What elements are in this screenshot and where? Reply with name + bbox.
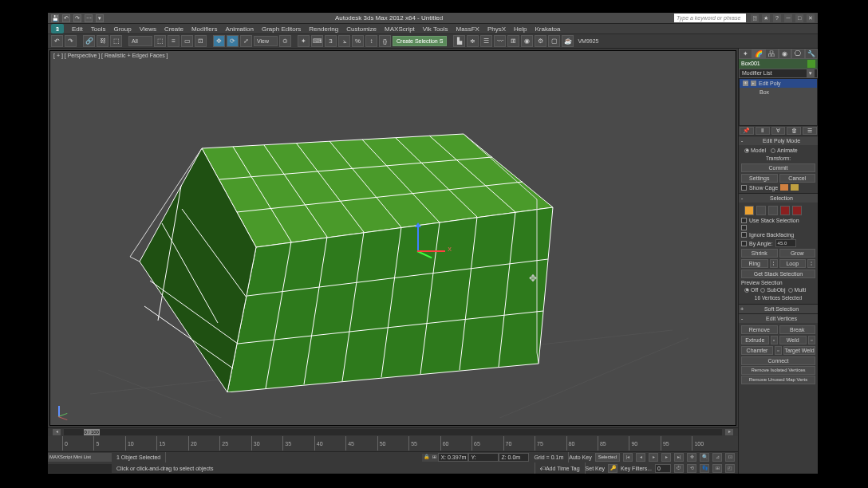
curve-editor-icon[interactable]: 〰	[494, 35, 506, 47]
goto-start-icon[interactable]: |◂	[623, 453, 633, 462]
get-stack-button[interactable]: Get Stack Selection	[741, 270, 815, 278]
key-icon[interactable]: 🔑	[608, 464, 617, 473]
remove-isolated-button[interactable]: Remove Isolated Vertices	[741, 366, 815, 375]
menu-animation[interactable]: Animation	[222, 26, 257, 33]
make-unique-icon[interactable]: ∀	[771, 127, 786, 135]
eye-icon[interactable]: 👁	[743, 81, 748, 86]
maxscript-listener[interactable]: MAXScript Mini List	[48, 453, 112, 462]
undo-icon[interactable]: ↶	[51, 35, 63, 47]
menu-tools[interactable]: Tools	[88, 26, 109, 33]
stack-item-edit-poly[interactable]: 👁 ▸ Edit Poly	[740, 79, 817, 88]
subobj-edge-icon[interactable]	[756, 206, 766, 215]
subobj-vertex-icon[interactable]	[744, 206, 754, 215]
subobj-polygon-icon[interactable]	[780, 206, 790, 215]
break-button[interactable]: Break	[779, 325, 816, 334]
remove-unused-map-button[interactable]: Remove Unused Map Verts	[741, 376, 815, 384]
pin-stack-icon[interactable]: 📌	[740, 127, 754, 135]
add-time-tag-button[interactable]: 🏷 Add Time Tag	[535, 462, 586, 474]
y-coord-input[interactable]: Y:	[468, 453, 499, 462]
show-cage-checkbox[interactable]	[741, 185, 747, 191]
ring-spinner[interactable]: ¦	[770, 259, 778, 268]
spinner-snap-icon[interactable]: ↕	[365, 35, 377, 47]
mode-animate-radio[interactable]: Animate	[771, 148, 798, 153]
align-icon[interactable]: ≑	[467, 35, 479, 47]
preview-subobj-radio[interactable]: SubObj	[760, 287, 785, 293]
menu-help[interactable]: Help	[511, 26, 530, 33]
qat-save-icon[interactable]: 💾	[51, 14, 59, 22]
cage-color-1[interactable]	[780, 184, 788, 191]
z-coord-input[interactable]: Z: 0.0m	[499, 453, 529, 462]
select-region-icon[interactable]: ▭	[181, 35, 193, 47]
expand-icon[interactable]: ▸	[751, 81, 756, 86]
minimize-icon[interactable]: ─	[784, 14, 792, 22]
target-weld-button[interactable]: Target Weld	[783, 346, 815, 355]
key-mode-dropdown[interactable]: Selected	[595, 453, 620, 462]
render-setup-icon[interactable]: ⚙	[535, 35, 546, 47]
time-config-icon[interactable]: ⏱	[674, 464, 684, 473]
mode-model-radio[interactable]: Model	[744, 148, 766, 153]
ring-button[interactable]: Ring	[741, 259, 768, 268]
edit-named-sel-icon[interactable]: {}	[379, 35, 391, 47]
qat-btn[interactable]: ▾	[96, 14, 104, 22]
redo-icon[interactable]: ↷	[65, 35, 77, 47]
loop-button[interactable]: Loop	[779, 259, 807, 268]
modifier-list-dropdown[interactable]: Modifier List▾	[739, 69, 818, 78]
next-frame-icon[interactable]: ▸	[661, 453, 671, 462]
remove-button[interactable]: Remove	[741, 325, 778, 334]
utilities-tab-icon[interactable]: 🔧	[805, 49, 819, 59]
mirror-icon[interactable]: ▙	[453, 35, 465, 47]
set-key-button[interactable]: Set Key	[586, 466, 606, 471]
ignore-backfacing-checkbox[interactable]	[741, 232, 747, 238]
weld-settings-icon[interactable]: ▫	[808, 336, 815, 344]
nav-fov-icon[interactable]: ⊿	[712, 453, 722, 462]
time-next-icon[interactable]: ▸	[725, 429, 733, 435]
angle-snap-icon[interactable]: ⦛	[338, 35, 350, 47]
manipulate-icon[interactable]: ✦	[298, 35, 310, 47]
subobj-element-icon[interactable]	[792, 206, 802, 215]
rollout-header[interactable]: -Edit Poly Mode	[739, 136, 818, 145]
time-ruler[interactable]: 0 5 10 15 20 25 30 35 40 45 50 55 60 65 …	[48, 436, 738, 451]
pivot-icon[interactable]: ⊙	[279, 35, 291, 47]
modify-tab-icon[interactable]: 🌈	[752, 49, 766, 59]
lock-icon[interactable]: 🔒	[422, 454, 430, 462]
render-icon[interactable]: ☕	[562, 35, 574, 47]
preview-off-radio[interactable]: Off	[744, 287, 758, 293]
select-object-icon[interactable]: ⬚	[154, 35, 166, 47]
keyboard-shortcut-icon[interactable]: ⌨	[311, 35, 323, 47]
select-by-name-icon[interactable]: ≡	[168, 35, 180, 47]
close-icon[interactable]: ✕	[807, 14, 815, 22]
select-move-icon[interactable]: ✥	[213, 35, 225, 47]
gizmo-x-axis[interactable]	[417, 250, 445, 252]
current-frame-input[interactable]: 0	[655, 464, 671, 473]
commit-button[interactable]: Commit	[741, 163, 815, 172]
play-icon[interactable]: ▸	[649, 453, 658, 462]
menu-views[interactable]: Views	[136, 26, 160, 33]
hierarchy-tab-icon[interactable]: 品	[765, 49, 779, 59]
modifier-stack[interactable]: 👁 ▸ Edit Poly Box	[739, 78, 818, 126]
settings-button[interactable]: Settings	[741, 174, 778, 183]
selection-filter-dropdown[interactable]: All	[128, 36, 152, 46]
menu-customize[interactable]: Customize	[343, 26, 380, 33]
app-logo-icon[interactable]: 3	[51, 24, 64, 33]
time-slider-thumb[interactable]: 0 / 100	[84, 429, 100, 435]
grow-button[interactable]: Grow	[779, 249, 816, 258]
menu-physx[interactable]: PhysX	[484, 26, 509, 33]
preview-multi-radio[interactable]: Multi	[788, 287, 807, 293]
angle-spinner[interactable]: 45.0	[775, 239, 796, 247]
maxscript-input[interactable]	[48, 464, 112, 473]
link-icon[interactable]: 🔗	[83, 35, 95, 47]
material-editor-icon[interactable]: ◉	[521, 35, 533, 47]
box-mesh[interactable]	[74, 121, 577, 392]
remove-mod-icon[interactable]: 🗑	[787, 127, 801, 135]
qat-btn[interactable]: ⋯	[85, 14, 93, 22]
nav-other-icon[interactable]: ◰	[725, 464, 735, 473]
snap-toggle-icon[interactable]: 3	[325, 35, 337, 47]
show-end-result-icon[interactable]: Ⅱ	[756, 127, 770, 135]
stack-item-box[interactable]: Box	[740, 88, 817, 96]
x-coord-input[interactable]: X: 0.397m	[438, 453, 468, 462]
menu-viktools[interactable]: Vik Tools	[420, 26, 452, 33]
window-crossing-icon[interactable]: ⊡	[195, 35, 207, 47]
subobj-border-icon[interactable]	[768, 206, 778, 215]
chamfer-button[interactable]: Chamfer	[741, 346, 773, 355]
menu-rendering[interactable]: Rendering	[306, 26, 341, 33]
